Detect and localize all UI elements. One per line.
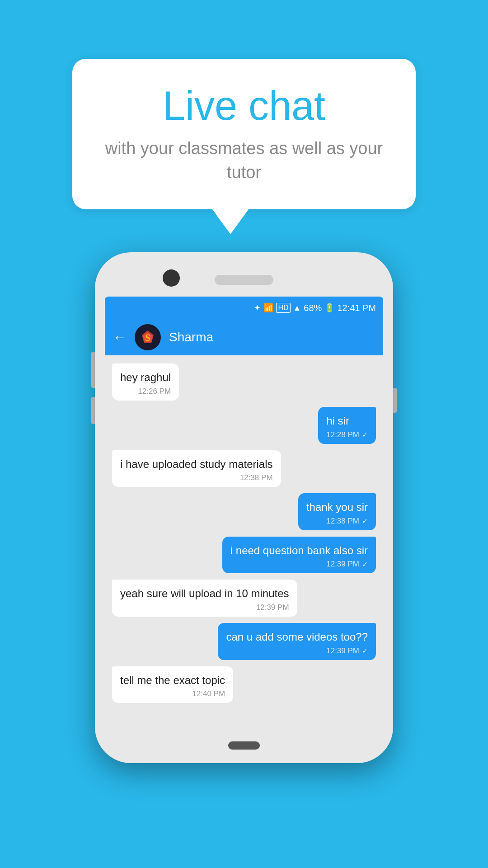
status-icons: ✦ 📶 HD ▲ 68% 🔋 12:41 PM: [254, 303, 376, 313]
message-row: yeah sure will upload in 10 minutes12:39…: [112, 580, 376, 617]
message-bubble: hi sir12:28 PM✓: [318, 407, 376, 444]
power-button: [393, 388, 397, 413]
phone-screen: ✦ 📶 HD ▲ 68% 🔋 12:41 PM ←: [105, 297, 383, 732]
phone-body: ✦ 📶 HD ▲ 68% 🔋 12:41 PM ←: [95, 252, 393, 763]
message-meta: 12:26 PM: [120, 387, 171, 396]
message-row: thank you sir12:38 PM✓: [112, 493, 376, 530]
battery-icon: 🔋: [324, 303, 334, 313]
bluetooth-icon: ✦: [254, 303, 261, 313]
message-bubble: thank you sir12:38 PM✓: [298, 493, 376, 530]
message-row: i need question bank also sir12:39 PM✓: [112, 537, 376, 574]
message-time: 12:38 PM: [326, 517, 359, 526]
phone-mockup: ✦ 📶 HD ▲ 68% 🔋 12:41 PM ←: [95, 252, 393, 763]
message-time: 12:38 PM: [240, 473, 273, 482]
message-meta: 12:38 PM: [120, 473, 273, 482]
message-time: 12:39 PM: [256, 603, 289, 612]
speech-bubble-title: Live chat: [99, 84, 389, 128]
speech-bubble-arrow: [212, 209, 249, 234]
message-check-icon: ✓: [362, 646, 368, 655]
volume-up-button: [91, 352, 95, 388]
speech-bubble: Live chat with your classmates as well a…: [72, 59, 416, 209]
messages-area[interactable]: hey raghul12:26 PMhi sir12:28 PM✓i have …: [105, 355, 383, 732]
status-bar: ✦ 📶 HD ▲ 68% 🔋 12:41 PM: [105, 297, 383, 319]
message-time: 12:39 PM: [326, 646, 359, 656]
message-row: i have uploaded study materials12:38 PM: [112, 450, 376, 487]
chat-header: ← S Sharma: [105, 319, 383, 355]
message-text: yeah sure will upload in 10 minutes: [120, 586, 289, 601]
contact-name: Sharma: [169, 330, 213, 344]
message-bubble: hey raghul12:26 PM: [112, 363, 179, 401]
message-meta: 12:39 PM✓: [226, 646, 368, 656]
speech-bubble-container: Live chat with your classmates as well a…: [72, 59, 416, 234]
message-text: thank you sir: [306, 500, 368, 515]
message-text: tell me the exact topic: [120, 673, 225, 688]
wifi-icon: ▲: [293, 303, 301, 313]
clock: 12:41 PM: [337, 303, 376, 313]
message-meta: 12:28 PM✓: [326, 430, 368, 439]
hd-icon: HD: [276, 303, 290, 313]
volume-down-button: [91, 397, 95, 424]
message-row: can u add some videos too??12:39 PM✓: [112, 623, 376, 660]
message-time: 12:28 PM: [326, 430, 359, 439]
home-button[interactable]: [228, 741, 260, 750]
message-bubble: i have uploaded study materials12:38 PM: [112, 450, 281, 487]
speech-bubble-subtitle: with your classmates as well as your tut…: [99, 137, 389, 184]
message-meta: 12:38 PM✓: [306, 517, 368, 526]
message-meta: 12:39 PM✓: [230, 560, 368, 569]
back-button[interactable]: ←: [113, 330, 127, 344]
message-bubble: can u add some videos too??12:39 PM✓: [218, 623, 376, 660]
svg-text:S: S: [145, 333, 150, 343]
message-text: hi sir: [326, 413, 368, 429]
message-text: can u add some videos too??: [226, 629, 368, 645]
phone-camera: [163, 269, 180, 287]
message-text: i need question bank also sir: [230, 543, 368, 558]
message-meta: 12:39 PM: [120, 603, 289, 612]
message-bubble: yeah sure will upload in 10 minutes12:39…: [112, 580, 297, 617]
message-row: hey raghul12:26 PM: [112, 363, 376, 401]
message-time: 12:40 PM: [192, 689, 225, 698]
message-bubble: i need question bank also sir12:39 PM✓: [222, 537, 376, 574]
message-text: i have uploaded study materials: [120, 457, 273, 472]
avatar: S: [135, 324, 161, 350]
message-time: 12:26 PM: [138, 387, 171, 396]
message-check-icon: ✓: [362, 517, 368, 525]
message-row: tell me the exact topic12:40 PM: [112, 666, 376, 703]
battery-percent: 68%: [304, 303, 322, 313]
message-check-icon: ✓: [362, 560, 368, 569]
message-meta: 12:40 PM: [120, 689, 225, 698]
message-bubble: tell me the exact topic12:40 PM: [112, 666, 233, 703]
message-text: hey raghul: [120, 370, 171, 385]
message-time: 12:39 PM: [326, 560, 359, 569]
phone-speaker: [215, 275, 273, 285]
signal-icon: 📶: [263, 303, 273, 313]
message-row: hi sir12:28 PM✓: [112, 407, 376, 444]
message-check-icon: ✓: [362, 430, 368, 439]
